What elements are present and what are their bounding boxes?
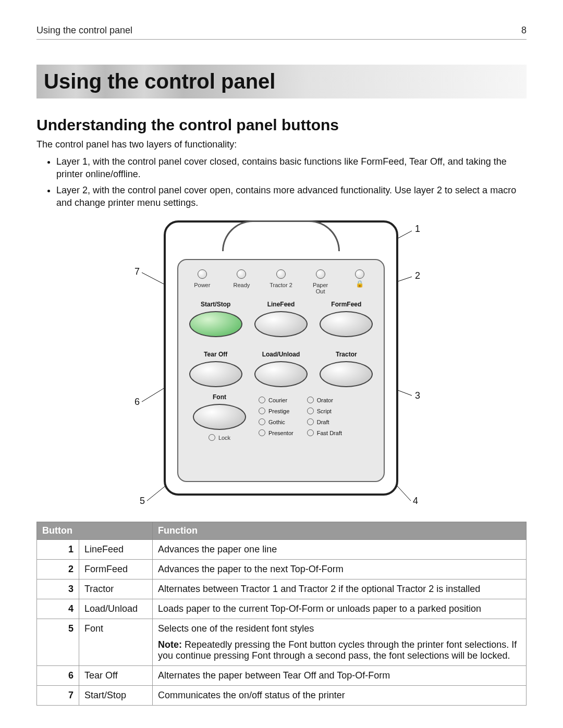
formfeed-button[interactable]: FormFeed <box>320 301 373 337</box>
callout-2: 2 <box>415 270 420 281</box>
col-function: Function <box>153 522 527 540</box>
intro-bullets: Layer 1, with the control panel cover cl… <box>36 155 527 209</box>
table-row: 7Start/StopCommunicates the on/off statu… <box>37 686 527 706</box>
intro-text: The control panel has two layers of func… <box>36 139 527 150</box>
callout-3: 3 <box>415 390 420 401</box>
font-block: Font Lock Courier Orator Prestige Script… <box>178 387 384 445</box>
tear-off-button[interactable]: Tear Off <box>189 351 242 387</box>
linefeed-button[interactable]: LineFeed <box>254 301 308 337</box>
page-title: Using the control panel <box>36 65 527 98</box>
lock-indicator: Lock <box>209 434 230 441</box>
font-prestige: Prestige <box>259 408 293 414</box>
callout-5: 5 <box>140 496 145 507</box>
font-orator: Orator <box>307 397 342 403</box>
page-number: 8 <box>521 25 527 36</box>
font-gothic: Gothic <box>259 418 293 425</box>
callout-6: 6 <box>134 397 140 408</box>
font-fast-draft: Fast Draft <box>307 429 342 436</box>
table-row: 4Load/UnloadLoads paper to the current T… <box>37 599 527 619</box>
font-button[interactable] <box>193 404 246 430</box>
load-unload-button[interactable]: Load/Unload <box>254 351 308 387</box>
col-button: Button <box>37 522 153 540</box>
button-row-1: Start/Stop LineFeed FormFeed <box>178 297 384 337</box>
callout-1: 1 <box>415 224 420 235</box>
led-ready: Ready <box>229 269 254 294</box>
font-courier: Courier <box>259 397 293 403</box>
callout-4: 4 <box>413 496 418 507</box>
table-row: 3TractorAlternates between Tractor 1 and… <box>37 579 527 599</box>
font-list: Courier Orator Prestige Script Gothic Dr… <box>259 393 342 441</box>
table-row: 6Tear OffAlternates the paper between Te… <box>37 666 527 686</box>
table-row: 1LineFeedAdvances the paper one line <box>37 540 527 560</box>
section-heading: Understanding the control panel buttons <box>36 116 527 134</box>
led-lock: 🔒 <box>347 269 372 294</box>
callout-7: 7 <box>134 266 140 277</box>
font-presentor: Presentor <box>259 429 293 436</box>
font-button-label: Font <box>213 393 226 401</box>
running-head: Using the control panel 8 <box>36 25 527 40</box>
lock-icon: 🔒 <box>356 280 364 288</box>
font-draft: Draft <box>307 418 342 425</box>
table-row: 2FormFeedAdvances the paper to the next … <box>37 560 527 579</box>
running-head-title: Using the control panel <box>36 25 132 36</box>
panel-outer-frame: Power Ready Tractor 2 Paper Out 🔒 Start/… <box>164 220 398 496</box>
table-row: 5Font Selects one of the resident font s… <box>37 619 527 666</box>
start-stop-button[interactable]: Start/Stop <box>189 301 242 337</box>
bullet-layer-1: Layer 1, with the control panel cover cl… <box>56 155 527 181</box>
led-power: Power <box>190 269 215 294</box>
panel-inner-face: Power Ready Tractor 2 Paper Out 🔒 Start/… <box>177 259 385 482</box>
tractor-button[interactable]: Tractor <box>320 351 373 387</box>
led-row: Power Ready Tractor 2 Paper Out 🔒 <box>178 260 384 297</box>
button-function-table: Button Function 1LineFeedAdvances the pa… <box>36 522 527 706</box>
led-paper-out: Paper Out <box>308 269 333 294</box>
font-script: Script <box>307 408 342 414</box>
button-row-2: Tear Off Load/Unload Tractor <box>178 347 384 387</box>
bullet-layer-2: Layer 2, with the control panel cover op… <box>56 184 527 209</box>
font-note: Note: Repeatedly pressing the Font butto… <box>158 639 521 661</box>
control-panel-diagram: 1 2 3 4 5 6 7 Power Ready Tractor 2 Pape… <box>104 214 459 506</box>
panel-top-arc <box>222 220 340 251</box>
led-tractor2: Tractor 2 <box>268 269 293 294</box>
